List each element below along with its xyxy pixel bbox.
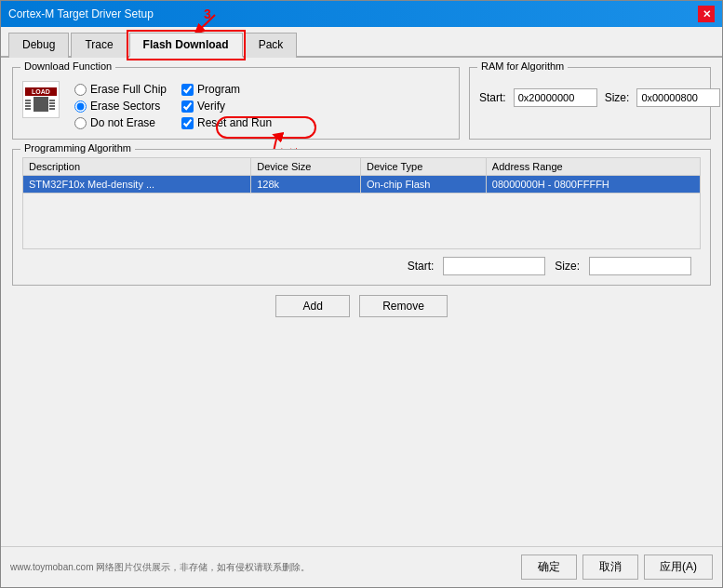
algorithm-table: Description Device Size Device Type Addr… [22,157,701,249]
erase-options: Erase Full Chip Erase Sectors Do not Era… [74,83,167,129]
ram-row: Start: Size: [479,88,701,107]
pin [49,100,55,101]
chip-body [33,97,48,112]
checkbox-options: Program Verify Reset and Run [181,83,272,129]
erase-full-chip-radio[interactable] [74,84,87,96]
ram-start-input[interactable] [514,88,597,107]
verify-checkbox[interactable] [181,100,194,113]
col-device-size: Device Size [251,158,361,176]
program-option[interactable]: Program [181,83,272,96]
pin [25,108,31,110]
pin [25,102,31,104]
ok-button[interactable]: 确定 [521,555,577,580]
pin [25,105,31,107]
program-label: Program [197,83,240,96]
col-description: Description [23,158,251,176]
algo-size-input[interactable] [589,257,691,275]
table-row-empty [23,194,701,249]
program-checkbox[interactable] [181,84,194,96]
main-window: Cortex-M Target Driver Setup ✕ Debug Tra… [0,0,723,588]
close-button[interactable]: ✕ [698,6,715,22]
pin [49,108,55,110]
chip-diagram [25,97,57,112]
erase-sectors-option[interactable]: Erase Sectors [74,100,167,113]
footer-copyright: www.toymoban.com 网络图片仅供展示，非存储，如有侵权请联系删除。 [10,561,310,574]
tab-debug[interactable]: Debug [8,33,69,58]
ram-algorithm-group: RAM for Algorithm Start: Size: [469,67,711,140]
programming-algorithm-title: Programming Algorithm [20,142,135,154]
main-content: Download Function LOAD [1,58,722,546]
tab-bar: Debug Trace Flash Download Pack 3 [1,27,722,58]
erase-sectors-radio[interactable] [74,100,87,113]
title-bar: Cortex-M Target Driver Setup ✕ [1,1,722,27]
col-device-type: Device Type [360,158,486,176]
programming-algorithm-group: Programming Algorithm Description Device… [12,149,711,286]
algorithm-bottom-row: Start: Size: [22,257,701,275]
do-not-erase-option[interactable]: Do not Erase [74,116,167,129]
algorithm-button-row: Add Remove [12,295,711,317]
top-panels: Download Function LOAD [12,67,711,140]
download-function-row: LOAD [22,81,449,129]
cell-device-size: 128k [251,176,361,194]
cell-description: STM32F10x Med-density ... [23,176,251,194]
ram-algorithm-title: RAM for Algorithm [477,60,568,72]
tab-pack[interactable]: Pack [245,33,298,58]
ram-size-label: Size: [605,91,630,104]
table-header-row: Description Device Size Device Type Addr… [23,158,701,176]
do-not-erase-label: Do not Erase [90,116,155,129]
download-function-title: Download Function [20,60,115,72]
col-address-range: Address Range [486,158,700,176]
reset-and-run-label: Reset and Run [197,116,272,129]
footer-buttons: 确定 取消 应用(A) [521,555,713,580]
algo-start-label: Start: [408,260,435,273]
verify-option[interactable]: Verify [181,100,272,113]
reset-and-run-option[interactable]: Reset and Run [181,116,272,129]
pin [49,105,55,107]
cell-address-range: 08000000H - 0800FFFFH [486,176,700,194]
algo-start-input[interactable] [443,257,545,275]
cell-device-type: On-chip Flash [360,176,486,194]
footer: www.toymoban.com 网络图片仅供展示，非存储，如有侵权请联系删除。… [1,546,722,587]
algo-size-label: Size: [555,260,580,273]
chip-pins-left [25,100,33,110]
ram-size-input[interactable] [636,88,720,107]
chip-pins-right [49,100,57,110]
erase-sectors-label: Erase Sectors [90,100,160,113]
load-label: LOAD [25,87,57,96]
table-row[interactable]: STM32F10x Med-density ... 128k On-chip F… [23,176,701,194]
tab-trace[interactable]: Trace [71,33,127,58]
load-icon: LOAD [22,81,60,118]
download-function-group: Download Function LOAD [12,67,460,140]
do-not-erase-radio[interactable] [74,117,87,129]
window-title: Cortex-M Target Driver Setup [8,7,154,20]
erase-full-chip-label: Erase Full Chip [90,83,167,96]
tab-flash-download[interactable]: Flash Download [129,33,243,58]
ram-start-label: Start: [479,91,506,104]
erase-full-chip-option[interactable]: Erase Full Chip [74,83,167,96]
add-button[interactable]: Add [275,295,350,317]
remove-button[interactable]: Remove [359,295,448,317]
pin [49,102,55,104]
verify-label: Verify [197,100,225,113]
apply-button[interactable]: 应用(A) [644,555,713,580]
reset-and-run-checkbox[interactable] [181,117,194,129]
pin [25,100,31,101]
cancel-button[interactable]: 取消 [582,555,638,580]
